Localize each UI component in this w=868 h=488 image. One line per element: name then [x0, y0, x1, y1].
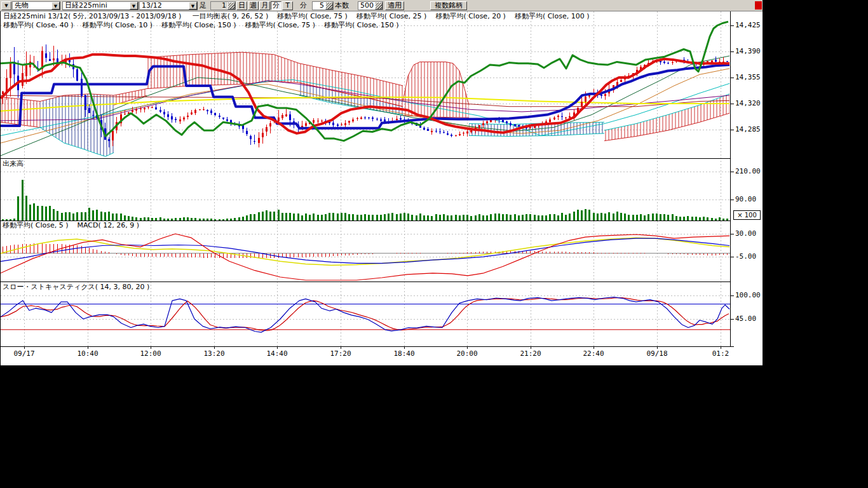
chart-application-window: ▼ 先物 ▼ 日経225mini ▼ 13/12 ▼ 足 1 日 週 月 分 T…: [0, 0, 763, 365]
category-select[interactable]: 先物 ▼: [12, 1, 60, 10]
chevron-down-icon[interactable]: ▼: [130, 2, 138, 10]
volume-axis-label: 90.00: [735, 196, 756, 203]
spinner-icon[interactable]: [375, 2, 383, 10]
bar-count-value: 500: [358, 2, 374, 10]
macd-axis-label: 30.00: [735, 230, 756, 238]
chevron-down-icon[interactable]: ▼: [189, 2, 197, 10]
time-axis-label: 09/17: [10, 350, 38, 358]
time-axis-label: 13:20: [200, 350, 228, 358]
time-axis-label: 10:40: [74, 350, 102, 358]
period-tick-button[interactable]: T: [282, 1, 293, 10]
bar-count-label: 本数: [335, 2, 349, 10]
bar-count-spinner[interactable]: 500: [358, 1, 383, 10]
multi-symbol-button[interactable]: 複数銘柄: [430, 1, 467, 10]
chevron-down-icon[interactable]: ▼: [51, 2, 60, 10]
minute-value-spinner[interactable]: 5: [312, 1, 334, 10]
time-axis-label: 09/18: [643, 350, 671, 358]
stoch-pane-label: スロー・ストキャスティクス( 14, 3, 80, 20 ): [3, 283, 149, 291]
volume-axis-label: 210.00: [735, 168, 761, 175]
spinner-icon[interactable]: [325, 2, 333, 10]
time-axis-label: 22:40: [580, 350, 607, 358]
price-axis-label: 14,390: [735, 48, 761, 55]
stoch-axis-label: 100.00: [735, 292, 761, 299]
contract-select[interactable]: 13/12 ▼: [139, 1, 198, 10]
period-week-button[interactable]: 週: [248, 1, 259, 10]
toolbar: ▼ 先物 ▼ 日経225mini ▼ 13/12 ▼ 足 1 日 週 月 分 T…: [0, 0, 763, 11]
price-axis-label: 14,285: [735, 126, 761, 133]
volume-pane-label: 出来高: [3, 160, 24, 168]
apply-button[interactable]: 適用: [385, 1, 404, 10]
macd-axis-label: -5.00: [735, 253, 756, 261]
period-month-button[interactable]: 月: [259, 1, 270, 10]
time-axis-label: 21:20: [517, 350, 545, 358]
legend-row-1: 日経225mini 13/12( 5分, 2013/09/13 - 2013/0…: [3, 13, 589, 20]
category-select-value: 先物: [15, 2, 29, 10]
price-axis-label: 14,355: [735, 74, 761, 81]
bar-interval-value: 1: [211, 2, 226, 10]
time-axis-label: 14:40: [263, 350, 291, 358]
spinner-icon[interactable]: [227, 2, 235, 10]
time-axis-label: 17:20: [327, 350, 355, 358]
stoch-axis-label: 45.00: [735, 315, 756, 323]
time-axis-label: 18:40: [390, 350, 418, 358]
minute-value: 5: [313, 2, 324, 10]
time-axis-label: 20:00: [453, 350, 481, 358]
period-minute-button[interactable]: 分: [271, 1, 281, 10]
price-axis-label: 14,425: [735, 22, 761, 29]
symbol-select-value: 日経225mini: [65, 2, 107, 10]
bar-interval-spinner[interactable]: 1: [210, 1, 236, 10]
volume-multiplier-badge: × 100: [733, 210, 761, 220]
price-axis-label: 14,320: [735, 100, 761, 107]
time-axis-label: 12:00: [137, 350, 165, 358]
red-indicator: [755, 1, 762, 10]
chart-canvas[interactable]: 日経225mini 13/12( 5分, 2013/09/13 - 2013/0…: [0, 11, 763, 365]
minute-unit-label: 分: [300, 2, 307, 10]
mini-dropdown-button[interactable]: ▼: [1, 1, 11, 10]
legend-row-2: 移動平均( Close, 40 ) 移動平均( Close, 10 ) 移動平均…: [3, 22, 399, 29]
contract-select-value: 13/12: [142, 2, 162, 10]
period-day-button[interactable]: 日: [236, 1, 247, 10]
symbol-select[interactable]: 日経225mini ▼: [62, 1, 139, 10]
macd-pane-label: 移動平均( Close, 5 ) MACD( 12, 26, 9 ): [3, 222, 139, 229]
time-axis-label: 01:2: [707, 350, 735, 358]
bar-type-label: 足: [200, 2, 207, 10]
